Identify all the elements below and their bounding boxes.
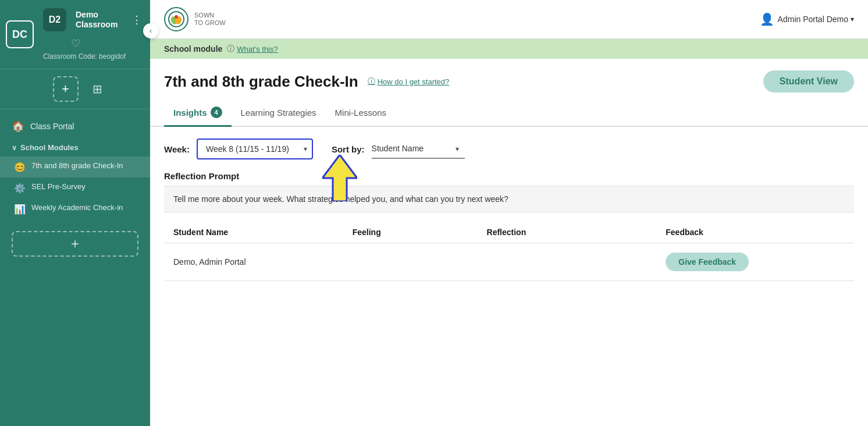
- user-menu-button[interactable]: 👤 Admin Portal Demo ▾: [760, 12, 854, 26]
- sidebar-header: DC D2 Demo Classroom ⋮ ♡ Classroom Code:…: [0, 0, 150, 69]
- tab-insights[interactable]: Insights 4: [164, 100, 232, 127]
- plus-icon: +: [71, 236, 79, 252]
- col-student-name: Student Name: [173, 228, 353, 237]
- sidebar-item-sel-pre[interactable]: ⚙️ SEL Pre-Survey: [0, 178, 150, 198]
- chevron-down-icon: ▾: [851, 15, 854, 23]
- sort-label: Sort by:: [332, 144, 365, 154]
- sidebar: ‹ DC D2 Demo Classroom ⋮ ♡ Classroom Cod…: [0, 0, 150, 426]
- logo: SOWN TO GROW: [164, 7, 226, 31]
- plus-icon: +: [62, 81, 69, 97]
- add-module-button[interactable]: +: [12, 231, 138, 257]
- account-icon: 👤: [760, 12, 774, 26]
- logo-icon: [164, 7, 188, 31]
- whats-this-link[interactable]: What's this?: [237, 45, 278, 54]
- help-link[interactable]: ⓘ How do I get started?: [368, 76, 450, 87]
- chart-icon: 📊: [14, 204, 26, 215]
- week-select[interactable]: Week 8 (11/15 - 11/19) Week 1 (09/27 - 1…: [197, 139, 313, 159]
- main-content: SOWN TO GROW 👤 Admin Portal Demo ▾ Schoo…: [150, 0, 868, 426]
- col-feedback: Feedback: [666, 228, 845, 237]
- content-area: Week: Week 8 (11/15 - 11/19) Week 1 (09/…: [150, 127, 868, 426]
- tab-bar: Insights 4 Learning Strategies Mini-Less…: [150, 100, 868, 127]
- grid-icon[interactable]: ⊞: [93, 82, 102, 96]
- d2-badge: D2: [43, 8, 66, 31]
- sidebar-sub-label: SEL Pre-Survey: [31, 182, 86, 192]
- logo-text: SOWN TO GROW: [194, 12, 226, 27]
- student-name-cell: Demo, Admin Portal: [173, 257, 353, 267]
- sidebar-item-class-portal[interactable]: 🏠 Class Portal: [0, 114, 150, 139]
- school-modules-section[interactable]: ∨ School Modules: [0, 139, 150, 157]
- sidebar-sub-label: 7th and 8th grade Check-In: [31, 161, 123, 171]
- week-label: Week:: [164, 144, 190, 154]
- smiley-icon: 😊: [14, 162, 26, 173]
- page-header: 7th and 8th grade Check-In ⓘ How do I ge…: [150, 59, 868, 93]
- sidebar-item-weekly[interactable]: 📊 Weekly Academic Check-in: [0, 198, 150, 219]
- feedback-cell: Give Feedback: [666, 253, 845, 271]
- collapse-sidebar-button[interactable]: ‹: [143, 23, 158, 38]
- sidebar-item-checkin[interactable]: 😊 7th and 8th grade Check-In: [0, 157, 150, 178]
- classroom-menu-button[interactable]: ⋮: [129, 11, 144, 29]
- favorite-icon[interactable]: ♡: [71, 37, 80, 50]
- user-name: Admin Portal Demo: [778, 15, 848, 24]
- sort-select-wrap: Student Name Feeling Reflection ▾: [372, 139, 465, 159]
- student-table: Student Name Feeling Reflection Feedback…: [164, 222, 854, 281]
- module-banner: School module ⓘ What's this?: [150, 39, 868, 59]
- insights-badge: 4: [211, 106, 222, 118]
- sort-select[interactable]: Student Name Feeling Reflection: [372, 139, 465, 159]
- reflection-prompt-label: Reflection Prompt: [164, 171, 854, 181]
- student-view-button[interactable]: Student View: [763, 70, 854, 93]
- home-icon: 🏠: [12, 120, 24, 133]
- col-reflection: Reflection: [487, 228, 666, 237]
- info-icon: ⓘ: [227, 44, 234, 54]
- reflection-prompt-text: Tell me more about your week. What strat…: [164, 186, 854, 212]
- add-classroom-button[interactable]: +: [53, 76, 79, 102]
- module-banner-label: School module: [164, 44, 222, 54]
- info-icon: ⓘ: [368, 76, 375, 87]
- col-feeling: Feeling: [353, 228, 487, 237]
- sidebar-item-label: Class Portal: [30, 122, 74, 131]
- week-filter-group: Week: Week 8 (11/15 - 11/19) Week 1 (09/…: [164, 139, 313, 159]
- tab-learning-strategies[interactable]: Learning Strategies: [232, 101, 326, 126]
- dc-badge: DC: [6, 20, 34, 48]
- sidebar-sub-label: Weekly Academic Check-in: [31, 203, 123, 213]
- classroom-code: Classroom Code: beogidof: [43, 52, 144, 61]
- gear-icon: ⚙️: [14, 183, 26, 194]
- table-header: Student Name Feeling Reflection Feedback: [164, 222, 854, 243]
- give-feedback-button[interactable]: Give Feedback: [666, 253, 749, 271]
- top-header: SOWN TO GROW 👤 Admin Portal Demo ▾: [150, 0, 868, 39]
- week-select-wrap: Week 8 (11/15 - 11/19) Week 1 (09/27 - 1…: [197, 139, 313, 159]
- table-row: Demo, Admin Portal Give Feedback: [164, 243, 854, 281]
- sidebar-navigation: 🏠 Class Portal ∨ School Modules 😊 7th an…: [0, 109, 150, 224]
- school-modules-label: School Modules: [20, 143, 79, 152]
- tab-mini-lessons[interactable]: Mini-Lessons: [326, 101, 396, 126]
- svg-point-3: [175, 15, 178, 19]
- filter-row: Week: Week 8 (11/15 - 11/19) Week 1 (09/…: [164, 139, 854, 159]
- page-title: 7th and 8th grade Check-In: [164, 73, 358, 91]
- reflection-prompt-section: Reflection Prompt Tell me more about you…: [164, 171, 854, 212]
- sort-filter-group: Sort by: Student Name Feeling Reflection…: [332, 139, 465, 159]
- chevron-down-icon: ∨: [12, 144, 17, 152]
- classroom-name: Demo Classroom: [76, 10, 124, 30]
